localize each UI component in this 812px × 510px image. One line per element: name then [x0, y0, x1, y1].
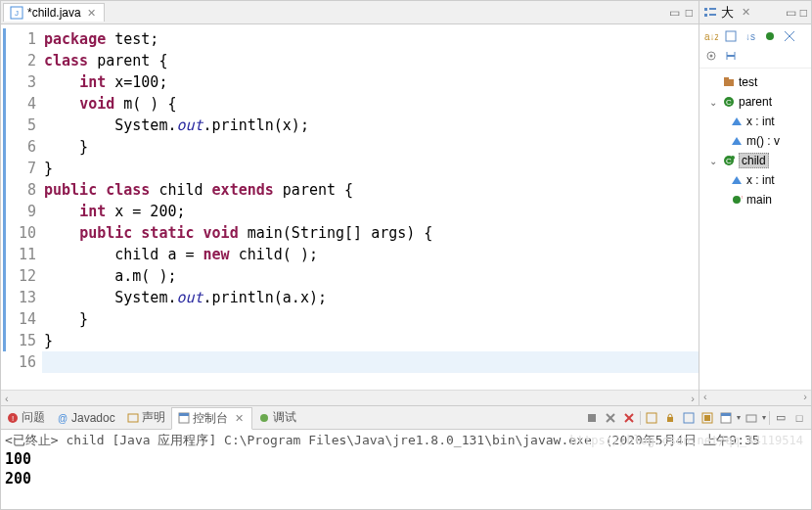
sort-icon[interactable]: a↓z [703, 28, 719, 44]
svg-rect-31 [179, 413, 189, 416]
outline-node-label: parent [739, 95, 772, 109]
svg-text:@: @ [58, 413, 68, 424]
display-selected-console-icon[interactable] [718, 410, 734, 426]
code-content[interactable]: package test; class parent { int x=100; … [42, 24, 699, 390]
scroll-left-icon[interactable]: ‹ [5, 393, 9, 404]
outline-node[interactable]: smain [701, 190, 809, 209]
minimize-icon[interactable]: ▭ [773, 410, 789, 426]
line-number: 16 [9, 351, 36, 373]
minimize-icon[interactable]: ▭ [786, 6, 796, 20]
outline-tab-bar: 大 ✕ ▭ □ [699, 1, 811, 24]
editor-tab-bar: J *child.java ✕ ▭ □ [1, 1, 699, 24]
outline-tree[interactable]: test⌄Cparentx : intm() : v⌄Cchildx : int… [699, 69, 811, 390]
outline-node[interactable]: x : int [701, 170, 809, 190]
hide-local-icon[interactable] [782, 28, 797, 44]
maximize-icon[interactable]: □ [791, 410, 807, 426]
line-number: 6 [9, 136, 36, 158]
clear-console-icon[interactable] [644, 410, 659, 426]
outline-node[interactable]: ⌄Cparent [701, 92, 809, 112]
outline-node-label: x : int [746, 115, 775, 128]
close-icon[interactable]: ✕ [233, 412, 246, 425]
focus-icon[interactable] [703, 48, 719, 64]
field-icon [730, 173, 744, 187]
terminate-all-icon[interactable] [584, 410, 600, 426]
line-number: 8 [9, 179, 36, 201]
outline-node[interactable]: m() : v [701, 131, 809, 151]
link-editor-icon[interactable] [723, 48, 739, 64]
outline-node[interactable]: ⌄Cchild [701, 151, 809, 170]
field-icon [730, 115, 744, 128]
svg-text:J: J [15, 9, 19, 18]
line-number: 3 [9, 71, 36, 93]
outline-node[interactable]: x : int [701, 112, 809, 131]
svg-rect-33 [588, 414, 596, 422]
tab-problems[interactable]: ! 问题 [1, 407, 51, 428]
remove-launch-icon[interactable] [603, 410, 618, 426]
svg-text:a↓z: a↓z [704, 31, 718, 42]
marker-bar [1, 24, 9, 390]
editor-panel: J *child.java ✕ ▭ □ 12345678910111213141… [0, 0, 699, 406]
hide-fields-icon[interactable] [723, 28, 739, 44]
word-wrap-icon[interactable] [681, 410, 697, 426]
svg-rect-42 [704, 415, 710, 421]
remove-all-icon[interactable] [621, 410, 637, 426]
svg-text:C: C [726, 98, 732, 107]
javadoc-icon: @ [57, 412, 68, 424]
tab-declaration[interactable]: 声明 [121, 407, 171, 428]
line-number: 2 [9, 50, 36, 71]
line-number: 7 [9, 158, 36, 179]
minimize-icon[interactable]: ▭ [669, 6, 680, 20]
line-number: 1 [9, 28, 36, 50]
outline-horizontal-scrollbar[interactable]: ‹ › [699, 390, 811, 405]
maximize-icon[interactable]: □ [800, 6, 807, 20]
problems-icon: ! [7, 412, 19, 424]
svg-marker-18 [732, 117, 742, 125]
svg-point-24 [733, 196, 741, 204]
svg-rect-7 [726, 31, 736, 41]
svg-rect-44 [721, 413, 731, 416]
tab-javadoc[interactable]: @ Javadoc [51, 409, 121, 427]
declaration-icon [127, 412, 139, 424]
outline-node[interactable]: test [701, 72, 809, 92]
tab-console[interactable]: 控制台 ✕ [171, 407, 252, 430]
console-output[interactable]: <已终止> child [Java 应用程序] C:\Program Files… [1, 430, 811, 509]
line-number: 13 [9, 287, 36, 308]
svg-text:!: ! [12, 414, 14, 423]
svg-text:↓s: ↓s [745, 31, 755, 42]
svg-marker-23 [732, 176, 742, 184]
svg-point-13 [710, 55, 713, 58]
pin-console-icon[interactable] [699, 410, 715, 426]
scroll-right-icon[interactable]: › [691, 393, 695, 404]
tab-debug[interactable]: 调试 [252, 407, 302, 428]
expand-arrow-icon[interactable]: ⌄ [709, 156, 719, 166]
editor-tab-child-java[interactable]: J *child.java ✕ [3, 3, 105, 22]
outline-node-label: test [739, 75, 757, 89]
package-icon [722, 75, 736, 89]
line-number: 12 [9, 265, 36, 287]
close-icon[interactable]: ✕ [740, 6, 752, 19]
line-number: 11 [9, 244, 36, 265]
code-area[interactable]: 12345678910111213141516 package test; cl… [1, 24, 699, 390]
scroll-right-icon[interactable]: › [803, 391, 807, 405]
editor-horizontal-scrollbar[interactable]: ‹ › [1, 390, 699, 405]
bottom-tab-bar: ! 问题 @ Javadoc 声明 控制台 ✕ 调试 [1, 406, 811, 430]
line-number: 14 [9, 308, 36, 330]
close-icon[interactable]: ✕ [85, 7, 98, 20]
hide-nonpublic-icon[interactable] [762, 28, 778, 44]
svg-rect-14 [724, 79, 734, 86]
open-console-icon[interactable] [744, 410, 759, 426]
console-icon [178, 412, 190, 424]
dropdown-icon[interactable]: ▾ [762, 413, 766, 422]
hide-static-icon[interactable]: ↓s [743, 28, 758, 44]
maximize-icon[interactable]: □ [686, 6, 693, 20]
dropdown-icon[interactable]: ▾ [737, 413, 741, 422]
svg-point-22 [731, 156, 735, 160]
svg-text:s: s [742, 194, 743, 200]
class-icon: C [722, 154, 736, 167]
svg-rect-2 [704, 8, 707, 11]
expand-arrow-icon[interactable]: ⌄ [709, 97, 719, 108]
scroll-lock-icon[interactable] [662, 410, 678, 426]
svg-rect-5 [709, 14, 716, 16]
scroll-left-icon[interactable]: ‹ [703, 391, 707, 405]
outline-tab-label: 大 [721, 4, 734, 22]
